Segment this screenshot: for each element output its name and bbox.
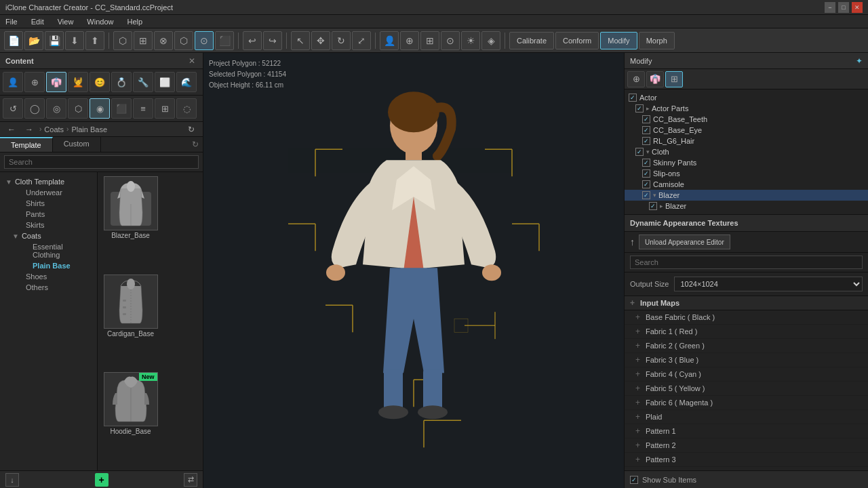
scene-node-eye[interactable]: ✓ CC_Base_Eye	[625, 125, 868, 136]
template-hoodie-base[interactable]: New Hoodie_Base	[102, 372, 159, 466]
rp-tab-transform[interactable]: ⊕	[627, 71, 645, 87]
slipons-checkbox[interactable]: ✓	[642, 169, 650, 178]
texture-fabric1-red[interactable]: + Fabric 1 ( Red )	[625, 325, 868, 339]
grid-btn[interactable]: ⊞	[420, 31, 439, 50]
fabric2-expand[interactable]: +	[635, 341, 640, 350]
texture-fabric6-magenta[interactable]: + Fabric 6 ( Magenta )	[625, 396, 868, 410]
char-tool-6[interactable]: ⬛	[215, 31, 234, 50]
actorparts-checkbox[interactable]: ✓	[635, 104, 644, 113]
tree-skirts[interactable]: Skirts	[12, 220, 92, 230]
actor-mode-btn[interactable]: 👤	[380, 31, 399, 50]
skinnypants-checkbox[interactable]: ✓	[642, 159, 650, 167]
content-panel-close[interactable]: ✕	[186, 56, 197, 66]
char-tool-4[interactable]: ⬡	[174, 31, 193, 50]
conform-button[interactable]: Conform	[555, 32, 599, 49]
export-button[interactable]: ⬆	[85, 31, 104, 50]
output-size-select[interactable]: 256×256512×5121024×10242048×20484096×409…	[674, 277, 863, 291]
select-button[interactable]: ↖	[291, 31, 310, 50]
menu-window[interactable]: Window	[84, 18, 116, 26]
eye-checkbox[interactable]: ✓	[642, 126, 650, 134]
texture-plaid[interactable]: + Plaid	[625, 410, 868, 424]
actor-checkbox[interactable]: ✓	[629, 94, 637, 102]
tree-underwear[interactable]: Underwear	[12, 187, 92, 198]
breadcrumb-plainbase[interactable]: Plain Base	[71, 125, 107, 134]
rp-tab-cloth[interactable]: 👘	[646, 71, 664, 87]
cloth-checkbox[interactable]: ✓	[635, 148, 644, 156]
pattern3-expand[interactable]: +	[635, 455, 640, 464]
grid-icon-body[interactable]: ⊕	[24, 72, 45, 92]
blazer-child-checkbox[interactable]: ✓	[649, 202, 657, 210]
scene-node-slipons[interactable]: ✓ Slip-ons	[625, 168, 868, 179]
scene-node-actorparts[interactable]: ✓ ▸ Actor Parts	[625, 103, 868, 114]
scene-node-camisole[interactable]: ✓ Camisole	[625, 179, 868, 190]
tree-coats-header[interactable]: ▼ Coats	[12, 230, 92, 241]
breadcrumb-refresh[interactable]: ↻	[184, 123, 199, 136]
morph-button[interactable]: Morph	[639, 32, 675, 49]
tab-custom[interactable]: Custom	[53, 137, 101, 152]
import-button[interactable]: ⬇	[65, 31, 84, 50]
menu-file[interactable]: File	[3, 18, 20, 26]
scene-node-hair[interactable]: ✓ RL_G6_Hair	[625, 136, 868, 146]
options-btn[interactable]: ⇄	[184, 473, 197, 487]
texture-fabric5-yellow[interactable]: + Fabric 5 ( Yellow )	[625, 382, 868, 396]
maximize-button[interactable]: □	[838, 2, 849, 13]
pattern1-expand[interactable]: +	[635, 426, 640, 436]
texture-base-fabric-black[interactable]: + Base Fabric ( Black )	[625, 310, 868, 325]
char-tool-3[interactable]: ⊗	[154, 31, 173, 50]
open-button[interactable]: 📂	[24, 31, 43, 50]
menu-view[interactable]: View	[55, 18, 77, 26]
scene-node-cloth[interactable]: ✓ ▾ Cloth	[625, 146, 868, 157]
char-tool-1[interactable]: ⬡	[113, 31, 132, 50]
scene-node-teeth[interactable]: ✓ CC_Base_Teeth	[625, 114, 868, 125]
grid-icon-tool7[interactable]: 🔧	[133, 72, 153, 92]
minimize-button[interactable]: −	[825, 2, 835, 13]
grid-icon-tool8[interactable]: ⬜	[155, 72, 175, 92]
grid-icon-accessory[interactable]: 💍	[111, 72, 132, 92]
save-button[interactable]: 💾	[45, 31, 64, 50]
grid-icon-b1[interactable]: ↺	[3, 98, 23, 119]
cloth-template-header[interactable]: ▼ Cloth Template	[5, 176, 92, 187]
tree-others[interactable]: Others	[12, 282, 92, 293]
undo-button[interactable]: ↩	[243, 31, 262, 50]
grid-icon-hair[interactable]: 💆	[68, 72, 88, 92]
tree-shirts[interactable]: Shirts	[12, 198, 92, 209]
scroll-down-btn[interactable]: ↓	[5, 473, 19, 487]
grid-icon-person[interactable]: 👤	[3, 72, 23, 92]
grid-icon-cloth[interactable]: 👘	[46, 72, 66, 92]
teeth-checkbox[interactable]: ✓	[642, 115, 650, 123]
render-btn[interactable]: ◈	[481, 31, 500, 50]
content-options-btn[interactable]: ↻	[188, 137, 203, 152]
texture-pattern3[interactable]: + Pattern 3	[625, 453, 868, 467]
close-button[interactable]: ✕	[852, 2, 863, 13]
hair-checkbox[interactable]: ✓	[642, 137, 650, 145]
calibrate-button[interactable]: Calibrate	[509, 32, 554, 49]
texture-fabric4-cyan[interactable]: + Fabric 4 ( Cyan )	[625, 367, 868, 382]
tree-pants[interactable]: Pants	[12, 209, 92, 220]
grid-icon-b3[interactable]: ◎	[46, 98, 66, 119]
grid-icon-b5[interactable]: ◉	[90, 98, 110, 119]
move-button[interactable]: ✥	[311, 31, 330, 50]
tree-essential-clothing[interactable]: Essential Clothing	[19, 241, 92, 260]
plaid-expand[interactable]: +	[635, 412, 640, 422]
scene-node-blazer-child[interactable]: ✓ ▸ Blazer	[625, 201, 868, 211]
tree-plain-base[interactable]: Plain Base	[19, 260, 92, 271]
spring-btn[interactable]: ⊕	[400, 31, 419, 50]
grid-icon-b4[interactable]: ⬡	[68, 98, 88, 119]
char-tool-2[interactable]: ⊞	[134, 31, 153, 50]
breadcrumb-coats[interactable]: Coats	[44, 125, 64, 134]
grid-icon-tool9[interactable]: 🌊	[176, 72, 197, 92]
redo-button[interactable]: ↪	[263, 31, 282, 50]
camera-btn[interactable]: ⊙	[441, 31, 460, 50]
texture-pattern2[interactable]: + Pattern 2	[625, 439, 868, 453]
new-button[interactable]: 📄	[4, 31, 23, 50]
content-search-input[interactable]	[4, 155, 199, 169]
fabric3-expand[interactable]: +	[635, 355, 640, 365]
grid-icon-b7[interactable]: ≡	[133, 98, 153, 119]
blazer-checkbox[interactable]: ✓	[642, 191, 650, 199]
texture-fabric3-blue[interactable]: + Fabric 3 ( Blue )	[625, 353, 868, 367]
texture-fabric2-green[interactable]: + Fabric 2 ( Green )	[625, 339, 868, 353]
char-tool-5[interactable]: ⊙	[195, 31, 214, 50]
pattern2-expand[interactable]: +	[635, 441, 640, 450]
fabric1-expand[interactable]: +	[635, 327, 640, 336]
add-item-btn[interactable]: +	[95, 473, 108, 487]
